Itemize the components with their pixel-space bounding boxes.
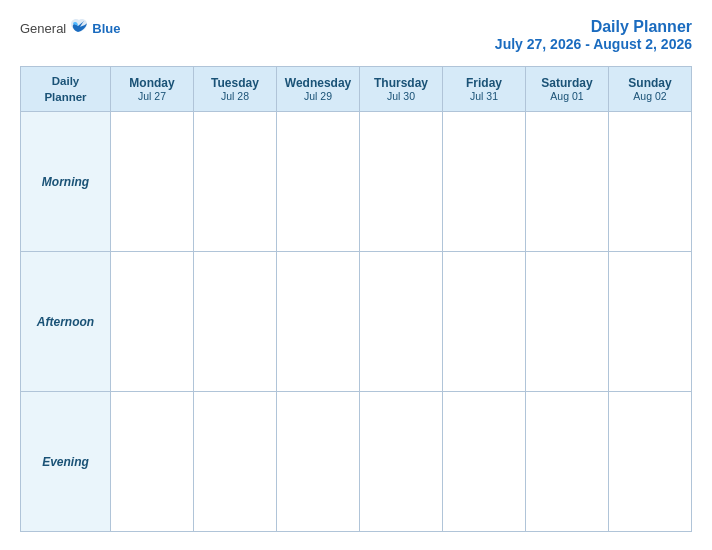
- evening-label: Evening: [21, 392, 111, 532]
- calendar-table: DailyPlanner Monday Jul 27 Tuesday Jul 2…: [20, 66, 692, 532]
- sunday-name: Sunday: [613, 76, 687, 90]
- logo-text: General Blue: [20, 18, 120, 38]
- tuesday-name: Tuesday: [198, 76, 272, 90]
- monday-date: Jul 27: [115, 90, 189, 102]
- header-sunday: Sunday Aug 02: [609, 67, 692, 112]
- evening-monday[interactable]: [111, 392, 194, 532]
- page-title: Daily Planner: [495, 18, 692, 36]
- saturday-name: Saturday: [530, 76, 604, 90]
- thursday-date: Jul 30: [364, 90, 438, 102]
- sunday-date: Aug 02: [613, 90, 687, 102]
- header-label-col: DailyPlanner: [21, 67, 111, 112]
- header-saturday: Saturday Aug 01: [526, 67, 609, 112]
- header-friday: Friday Jul 31: [443, 67, 526, 112]
- date-range: July 27, 2026 - August 2, 2026: [495, 36, 692, 52]
- morning-label: Morning: [21, 112, 111, 252]
- wednesday-date: Jul 29: [281, 90, 355, 102]
- header: General Blue Daily Planner July 27, 2026…: [20, 18, 692, 52]
- morning-sunday[interactable]: [609, 112, 692, 252]
- logo-general-text: General: [20, 21, 66, 36]
- header-wednesday: Wednesday Jul 29: [277, 67, 360, 112]
- table-row-morning: Morning: [21, 112, 692, 252]
- afternoon-thursday[interactable]: [360, 252, 443, 392]
- header-daily-label: DailyPlanner: [25, 73, 106, 105]
- logo-bird-icon: [70, 18, 88, 38]
- header-monday: Monday Jul 27: [111, 67, 194, 112]
- morning-saturday[interactable]: [526, 112, 609, 252]
- evening-thursday[interactable]: [360, 392, 443, 532]
- evening-tuesday[interactable]: [194, 392, 277, 532]
- morning-thursday[interactable]: [360, 112, 443, 252]
- evening-saturday[interactable]: [526, 392, 609, 532]
- friday-name: Friday: [447, 76, 521, 90]
- table-row-afternoon: Afternoon: [21, 252, 692, 392]
- page: General Blue Daily Planner July 27, 2026…: [0, 0, 712, 550]
- saturday-date: Aug 01: [530, 90, 604, 102]
- afternoon-sunday[interactable]: [609, 252, 692, 392]
- table-row-evening: Evening: [21, 392, 692, 532]
- morning-friday[interactable]: [443, 112, 526, 252]
- thursday-name: Thursday: [364, 76, 438, 90]
- afternoon-saturday[interactable]: [526, 252, 609, 392]
- morning-tuesday[interactable]: [194, 112, 277, 252]
- afternoon-label: Afternoon: [21, 252, 111, 392]
- logo-area: General Blue: [20, 18, 120, 38]
- title-area: Daily Planner July 27, 2026 - August 2, …: [495, 18, 692, 52]
- evening-friday[interactable]: [443, 392, 526, 532]
- monday-name: Monday: [115, 76, 189, 90]
- friday-date: Jul 31: [447, 90, 521, 102]
- afternoon-tuesday[interactable]: [194, 252, 277, 392]
- evening-wednesday[interactable]: [277, 392, 360, 532]
- header-tuesday: Tuesday Jul 28: [194, 67, 277, 112]
- afternoon-wednesday[interactable]: [277, 252, 360, 392]
- logo-blue-text: Blue: [92, 21, 120, 36]
- afternoon-monday[interactable]: [111, 252, 194, 392]
- wednesday-name: Wednesday: [281, 76, 355, 90]
- header-thursday: Thursday Jul 30: [360, 67, 443, 112]
- morning-monday[interactable]: [111, 112, 194, 252]
- tuesday-date: Jul 28: [198, 90, 272, 102]
- afternoon-friday[interactable]: [443, 252, 526, 392]
- morning-wednesday[interactable]: [277, 112, 360, 252]
- evening-sunday[interactable]: [609, 392, 692, 532]
